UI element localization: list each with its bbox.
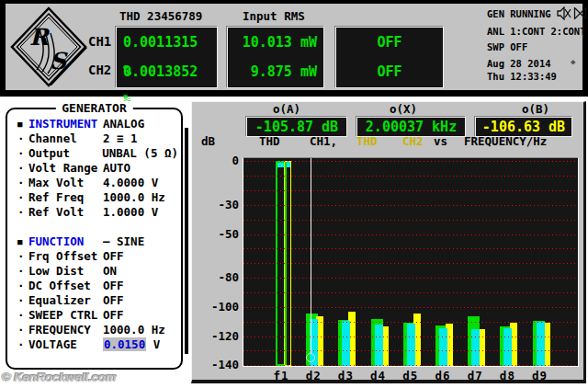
x-tick-label: d8	[492, 369, 523, 382]
date-display: Aug 28 2014	[487, 58, 551, 69]
generator-row-volt-range[interactable]: ·Volt RangeAUTO	[15, 161, 178, 176]
gridline	[243, 292, 578, 293]
cursor-b-label: o(B)	[522, 102, 549, 116]
item-bullet-icon: ·	[15, 205, 28, 220]
item-bullet-icon: ·	[15, 337, 28, 352]
generator-row-label: Ref Freq	[28, 190, 103, 205]
bar-d3-cyan	[342, 321, 350, 366]
cursor-x-label: o(X)	[390, 102, 417, 116]
generator-row-value: 4.0000 V	[103, 176, 158, 190]
generator-row-voltage[interactable]: ·VOLTAGE0.0150 V	[15, 337, 178, 352]
bar-d7-cyan	[471, 329, 480, 366]
rohde-schwarz-logo-icon: R S	[9, 6, 88, 88]
generator-panel: GENERATOR ■INSTRUMENTANALOG·Channel2 ≡ 1…	[6, 108, 183, 370]
generator-row-output[interactable]: ·OutputUNBAL (5 Ω)	[15, 146, 178, 161]
generator-row-value: UNBAL (5 Ω)	[102, 146, 178, 161]
section-bullet-icon: ■	[15, 117, 28, 131]
ch1-label: CH1	[88, 34, 111, 49]
generator-row-frequency[interactable]: ·FREQUENCY1000.0 Hz	[15, 323, 178, 337]
chart-cursor-line[interactable]	[311, 158, 311, 353]
gridline	[243, 161, 578, 162]
y-axis-unit-label: dB	[201, 134, 215, 148]
generator-row-label: FREQUENCY	[28, 323, 103, 337]
thd-readout-display: 0.0011315 % 0.0013852 %	[116, 27, 218, 88]
x-tick-label: d7	[459, 369, 491, 382]
generator-row-dc-offset[interactable]: ·DC OffsetOFF	[15, 279, 178, 293]
svg-text:R: R	[29, 24, 51, 51]
bar-d5-cyan	[407, 324, 415, 366]
generator-row-value: OFF	[103, 308, 124, 323]
aux-ch1-value: OFF	[336, 29, 443, 57]
chart-header-part: CH1,	[310, 134, 337, 148]
section-bullet-icon: ■	[15, 234, 28, 249]
thd-ch2-value: 0.0013852 %	[117, 58, 217, 86]
generator-row-label: DC Offset	[28, 279, 103, 293]
gridline	[243, 176, 578, 177]
gridline	[243, 220, 578, 221]
generator-row-value: 1000.0 Hz	[103, 323, 165, 337]
rms-ch1-value: 10.013 mW	[228, 29, 323, 57]
generator-status: GEN RUNNING	[487, 8, 551, 19]
y-tick-label: -120	[198, 330, 239, 343]
generator-row-label: INSTRUMENT	[28, 117, 103, 131]
generator-row-sweep-ctrl[interactable]: ·SWEEP CTRLOFF	[15, 308, 178, 323]
measurement-title: THD 23456789	[119, 9, 202, 23]
generator-row-ref-volt[interactable]: ·Ref Volt1.0000 V	[15, 205, 178, 220]
chart-header-part: THD	[259, 134, 280, 148]
y-tick-label: -30	[198, 199, 239, 211]
generator-row-value: 1000.0 Hz	[103, 190, 165, 205]
generator-row-max-volt[interactable]: ·Max Volt4.0000 V	[15, 176, 178, 190]
bar-d6-cyan	[439, 328, 447, 366]
gridline	[243, 337, 578, 337]
generator-row-label: Channel	[28, 131, 103, 146]
x-tick-label: d5	[395, 369, 426, 382]
chart-cursor-marker-icon[interactable]	[306, 353, 315, 362]
generator-row-value: OFF	[103, 249, 124, 264]
generator-row-equalizer[interactable]: ·EqualizerOFF	[15, 293, 178, 308]
x-tick-label: d4	[363, 369, 394, 382]
generator-row-label: Equalizer	[28, 293, 103, 308]
generator-row-value[interactable]: 0.0150 V	[103, 337, 160, 352]
item-bullet-icon: ·	[15, 146, 28, 161]
x-tick-label: d2	[298, 369, 329, 382]
chart-header-part: THD	[356, 134, 378, 148]
monitor-off-icon	[573, 6, 587, 20]
aux-ch2-value: OFF	[336, 58, 443, 86]
rms-ch2-value: 9.875 mW	[228, 58, 323, 86]
gridline	[243, 365, 578, 366]
generator-row-value: OFF	[103, 293, 124, 308]
generator-row-frq-offset[interactable]: ·Frq OffsetOFF	[15, 249, 178, 264]
bar-d9-cyan	[537, 322, 545, 366]
sweep-status: SWP OFF	[487, 41, 527, 52]
generator-row-function[interactable]: ■FUNCTION– SINE	[15, 234, 178, 249]
aux-readout-display: OFF OFF	[335, 27, 444, 88]
generator-row-ref-freq[interactable]: ·Ref Freq1000.0 Hz	[15, 190, 178, 205]
item-bullet-icon: ·	[15, 264, 28, 279]
analyzer-screen: R S THD 23456789 Input RMS CH1 CH2 0.001…	[0, 0, 588, 388]
time-display: Thu 12:33:49	[487, 71, 557, 82]
generator-row-instrument[interactable]: ■INSTRUMENTANALOG	[15, 117, 178, 131]
generator-row-label: SWEEP CTRL	[28, 308, 103, 323]
generator-row-value: 2 ≡ 1	[103, 131, 138, 146]
chart-header-part: vs	[434, 134, 447, 148]
speaker-muted-icon	[557, 6, 571, 20]
generator-row-value: OFF	[103, 279, 124, 293]
watermark: © KenRockwell.com	[2, 371, 116, 384]
item-bullet-icon: ·	[15, 161, 28, 176]
generator-row-label: VOLTAGE	[28, 337, 103, 352]
selected-value-field[interactable]: 0.0150	[103, 337, 146, 351]
generator-scrollbar[interactable]	[185, 128, 188, 354]
gridline	[243, 278, 578, 279]
generator-row-low-dist[interactable]: ·Low DistON	[15, 264, 178, 279]
generator-row-channel[interactable]: ·Channel2 ≡ 1	[15, 131, 178, 146]
gridline	[243, 234, 578, 235]
bar-d8-cyan	[503, 328, 512, 366]
bar-d4-cyan	[375, 325, 383, 366]
gridline	[243, 248, 578, 249]
ch2-label: CH2	[88, 63, 111, 77]
generator-row-label: Low Dist	[28, 264, 103, 279]
generator-row-value: AUTO	[103, 161, 130, 176]
gridline	[243, 307, 578, 308]
y-tick-label: -140	[198, 359, 239, 371]
thd-ch1-value: 0.0011315 %	[117, 29, 217, 57]
